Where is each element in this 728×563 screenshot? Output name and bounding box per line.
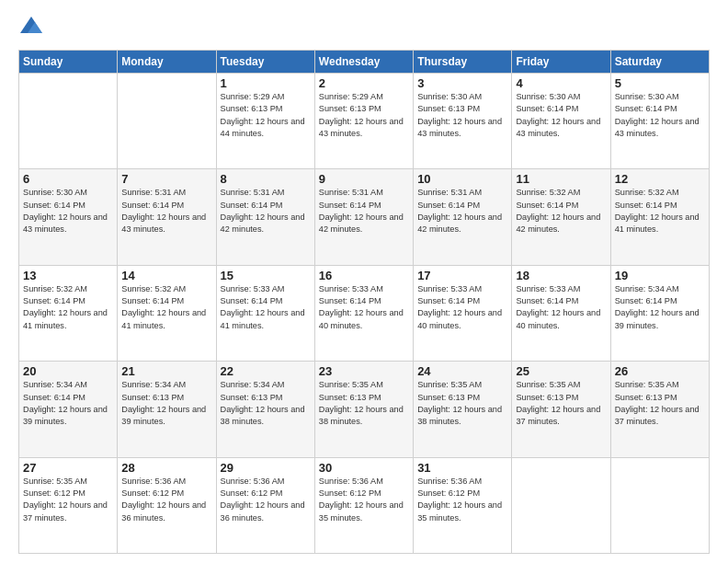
day-number: 14	[121, 269, 211, 282]
calendar-cell: 29Sunrise: 5:36 AM Sunset: 6:12 PM Dayli…	[216, 457, 314, 553]
day-info: Sunrise: 5:31 AM Sunset: 6:14 PM Dayligh…	[221, 187, 311, 236]
col-header-sunday: Sunday	[19, 51, 118, 74]
day-info: Sunrise: 5:30 AM Sunset: 6:14 PM Dayligh…	[23, 187, 113, 236]
calendar-cell	[512, 457, 610, 553]
day-info: Sunrise: 5:32 AM Sunset: 6:14 PM Dayligh…	[121, 283, 211, 332]
calendar-cell: 5Sunrise: 5:30 AM Sunset: 6:14 PM Daylig…	[610, 74, 709, 169]
day-number: 12	[615, 172, 705, 186]
calendar-cell: 23Sunrise: 5:35 AM Sunset: 6:13 PM Dayli…	[314, 362, 413, 457]
day-number: 26	[615, 364, 705, 378]
calendar-cell: 28Sunrise: 5:36 AM Sunset: 6:12 PM Dayli…	[118, 457, 216, 553]
day-info: Sunrise: 5:30 AM Sunset: 6:14 PM Dayligh…	[615, 91, 705, 140]
logo-icon	[18, 15, 44, 40]
day-info: Sunrise: 5:35 AM Sunset: 6:13 PM Dayligh…	[615, 379, 705, 428]
day-number: 13	[23, 269, 113, 282]
calendar-cell: 17Sunrise: 5:33 AM Sunset: 6:14 PM Dayli…	[414, 265, 512, 361]
day-number: 20	[23, 364, 113, 378]
day-number: 5	[615, 76, 705, 90]
calendar-cell: 7Sunrise: 5:31 AM Sunset: 6:14 PM Daylig…	[118, 169, 216, 265]
day-info: Sunrise: 5:36 AM Sunset: 6:12 PM Dayligh…	[417, 476, 507, 524]
day-number: 23	[319, 364, 409, 378]
day-info: Sunrise: 5:34 AM Sunset: 6:14 PM Dayligh…	[23, 379, 113, 428]
calendar-cell	[19, 74, 118, 169]
calendar-cell: 16Sunrise: 5:33 AM Sunset: 6:14 PM Dayli…	[314, 265, 413, 361]
day-number: 30	[319, 461, 409, 475]
col-header-friday: Friday	[512, 51, 610, 74]
day-info: Sunrise: 5:30 AM Sunset: 6:14 PM Dayligh…	[516, 91, 606, 140]
day-info: Sunrise: 5:33 AM Sunset: 6:14 PM Dayligh…	[516, 283, 606, 332]
calendar-cell: 4Sunrise: 5:30 AM Sunset: 6:14 PM Daylig…	[512, 74, 610, 169]
day-number: 15	[221, 269, 311, 282]
page: SundayMondayTuesdayWednesdayThursdayFrid…	[0, 0, 728, 563]
day-info: Sunrise: 5:31 AM Sunset: 6:14 PM Dayligh…	[121, 187, 211, 236]
day-info: Sunrise: 5:36 AM Sunset: 6:12 PM Dayligh…	[121, 476, 211, 524]
day-number: 31	[417, 461, 507, 475]
calendar-cell: 21Sunrise: 5:34 AM Sunset: 6:13 PM Dayli…	[118, 362, 216, 457]
day-info: Sunrise: 5:32 AM Sunset: 6:14 PM Dayligh…	[615, 187, 705, 236]
calendar-table: SundayMondayTuesdayWednesdayThursdayFrid…	[18, 50, 710, 554]
day-info: Sunrise: 5:29 AM Sunset: 6:13 PM Dayligh…	[319, 91, 409, 140]
day-info: Sunrise: 5:32 AM Sunset: 6:14 PM Dayligh…	[23, 283, 113, 332]
calendar-week-2: 6Sunrise: 5:30 AM Sunset: 6:14 PM Daylig…	[19, 169, 710, 265]
col-header-saturday: Saturday	[610, 51, 709, 74]
day-info: Sunrise: 5:33 AM Sunset: 6:14 PM Dayligh…	[221, 283, 311, 332]
day-number: 2	[319, 76, 409, 90]
day-number: 8	[221, 172, 311, 186]
day-number: 24	[417, 364, 507, 378]
day-number: 21	[121, 364, 211, 378]
calendar-cell: 20Sunrise: 5:34 AM Sunset: 6:14 PM Dayli…	[19, 362, 118, 457]
day-info: Sunrise: 5:32 AM Sunset: 6:14 PM Dayligh…	[516, 187, 606, 236]
calendar-cell: 30Sunrise: 5:36 AM Sunset: 6:12 PM Dayli…	[314, 457, 413, 553]
calendar-cell: 25Sunrise: 5:35 AM Sunset: 6:13 PM Dayli…	[512, 362, 610, 457]
day-info: Sunrise: 5:34 AM Sunset: 6:14 PM Dayligh…	[615, 283, 705, 332]
calendar-week-3: 13Sunrise: 5:32 AM Sunset: 6:14 PM Dayli…	[19, 265, 710, 361]
calendar-cell	[610, 457, 709, 553]
day-number: 28	[121, 461, 211, 475]
calendar-cell: 3Sunrise: 5:30 AM Sunset: 6:13 PM Daylig…	[414, 74, 512, 169]
day-info: Sunrise: 5:30 AM Sunset: 6:13 PM Dayligh…	[417, 91, 507, 140]
calendar-cell: 2Sunrise: 5:29 AM Sunset: 6:13 PM Daylig…	[314, 74, 413, 169]
calendar-cell: 13Sunrise: 5:32 AM Sunset: 6:14 PM Dayli…	[19, 265, 118, 361]
day-info: Sunrise: 5:35 AM Sunset: 6:13 PM Dayligh…	[417, 379, 507, 428]
col-header-monday: Monday	[118, 51, 216, 74]
calendar-cell: 6Sunrise: 5:30 AM Sunset: 6:14 PM Daylig…	[19, 169, 118, 265]
day-number: 11	[516, 172, 606, 186]
day-info: Sunrise: 5:35 AM Sunset: 6:13 PM Dayligh…	[319, 379, 409, 428]
day-info: Sunrise: 5:31 AM Sunset: 6:14 PM Dayligh…	[319, 187, 409, 236]
day-number: 6	[23, 172, 113, 186]
day-info: Sunrise: 5:34 AM Sunset: 6:13 PM Dayligh…	[121, 379, 211, 428]
day-info: Sunrise: 5:33 AM Sunset: 6:14 PM Dayligh…	[417, 283, 507, 332]
day-number: 27	[23, 461, 113, 475]
day-info: Sunrise: 5:34 AM Sunset: 6:13 PM Dayligh…	[221, 379, 311, 428]
day-number: 29	[221, 461, 311, 475]
day-number: 10	[417, 172, 507, 186]
day-number: 17	[417, 269, 507, 282]
calendar-cell: 19Sunrise: 5:34 AM Sunset: 6:14 PM Dayli…	[610, 265, 709, 361]
col-header-wednesday: Wednesday	[314, 51, 413, 74]
calendar-cell: 10Sunrise: 5:31 AM Sunset: 6:14 PM Dayli…	[414, 169, 512, 265]
day-number: 18	[516, 269, 606, 282]
calendar-week-4: 20Sunrise: 5:34 AM Sunset: 6:14 PM Dayli…	[19, 362, 710, 457]
calendar-cell: 15Sunrise: 5:33 AM Sunset: 6:14 PM Dayli…	[216, 265, 314, 361]
day-info: Sunrise: 5:31 AM Sunset: 6:14 PM Dayligh…	[417, 187, 507, 236]
calendar-cell: 14Sunrise: 5:32 AM Sunset: 6:14 PM Dayli…	[118, 265, 216, 361]
day-number: 22	[221, 364, 311, 378]
calendar-cell: 31Sunrise: 5:36 AM Sunset: 6:12 PM Dayli…	[414, 457, 512, 553]
day-number: 19	[615, 269, 705, 282]
calendar-cell: 27Sunrise: 5:35 AM Sunset: 6:12 PM Dayli…	[19, 457, 118, 553]
calendar-cell: 9Sunrise: 5:31 AM Sunset: 6:14 PM Daylig…	[314, 169, 413, 265]
day-number: 3	[417, 76, 507, 90]
day-number: 25	[516, 364, 606, 378]
calendar-cell: 26Sunrise: 5:35 AM Sunset: 6:13 PM Dayli…	[610, 362, 709, 457]
day-number: 4	[516, 76, 606, 90]
calendar-cell: 24Sunrise: 5:35 AM Sunset: 6:13 PM Dayli…	[414, 362, 512, 457]
calendar-cell: 22Sunrise: 5:34 AM Sunset: 6:13 PM Dayli…	[216, 362, 314, 457]
day-info: Sunrise: 5:29 AM Sunset: 6:13 PM Dayligh…	[221, 91, 311, 140]
day-info: Sunrise: 5:35 AM Sunset: 6:13 PM Dayligh…	[516, 379, 606, 428]
day-number: 7	[121, 172, 211, 186]
calendar-cell: 12Sunrise: 5:32 AM Sunset: 6:14 PM Dayli…	[610, 169, 709, 265]
col-header-tuesday: Tuesday	[216, 51, 314, 74]
header	[18, 15, 710, 40]
col-header-thursday: Thursday	[414, 51, 512, 74]
day-info: Sunrise: 5:36 AM Sunset: 6:12 PM Dayligh…	[319, 476, 409, 524]
